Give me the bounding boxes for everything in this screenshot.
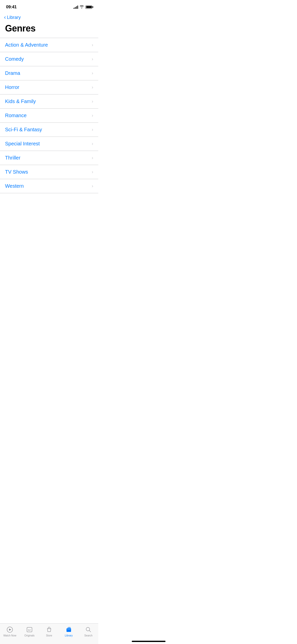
genre-item[interactable]: TV Shows› xyxy=(0,165,98,179)
genre-chevron-icon: › xyxy=(92,71,93,76)
genre-label: Western xyxy=(5,183,24,189)
genre-item[interactable]: Romance› xyxy=(0,109,98,123)
genre-label: Comedy xyxy=(5,56,24,62)
genre-chevron-icon: › xyxy=(92,85,93,90)
genre-item[interactable]: Horror› xyxy=(0,80,98,94)
genre-item[interactable]: Sci-Fi & Fantasy› xyxy=(0,123,98,137)
back-label: Library xyxy=(7,15,21,20)
genre-label: Special Interest xyxy=(5,141,40,147)
genre-chevron-icon: › xyxy=(92,113,93,118)
genre-chevron-icon: › xyxy=(92,127,93,132)
genre-label: Drama xyxy=(5,70,20,76)
wifi-icon xyxy=(80,5,84,9)
signal-icon xyxy=(74,6,78,9)
genre-item[interactable]: Kids & Family› xyxy=(0,94,98,109)
genre-item[interactable]: Thriller› xyxy=(0,151,98,165)
genre-chevron-icon: › xyxy=(92,56,93,62)
genre-label: Action & Adventure xyxy=(5,42,48,48)
status-time: 09:41 xyxy=(6,5,17,10)
genre-label: Kids & Family xyxy=(5,99,36,104)
genre-chevron-icon: › xyxy=(92,42,93,48)
genre-chevron-icon: › xyxy=(92,169,93,175)
genre-list: Action & Adventure›Comedy›Drama›Horror›K… xyxy=(0,38,98,193)
genre-chevron-icon: › xyxy=(92,155,93,160)
genre-label: Thriller xyxy=(5,155,20,161)
page-title: Genres xyxy=(0,21,98,38)
genre-item[interactable]: Action & Adventure› xyxy=(0,38,98,52)
back-chevron-icon: ‹ xyxy=(4,15,6,20)
genre-item[interactable]: Special Interest› xyxy=(0,137,98,151)
genre-item[interactable]: Comedy› xyxy=(0,52,98,66)
genre-label: TV Shows xyxy=(5,169,28,175)
back-nav[interactable]: ‹ Library xyxy=(0,13,98,21)
genre-chevron-icon: › xyxy=(92,183,93,189)
battery-icon xyxy=(85,6,92,9)
genre-label: Horror xyxy=(5,84,19,90)
genre-label: Romance xyxy=(5,113,27,118)
genre-label: Sci-Fi & Fantasy xyxy=(5,127,42,133)
status-bar: 09:41 xyxy=(0,0,98,13)
genre-chevron-icon: › xyxy=(92,99,93,104)
genre-chevron-icon: › xyxy=(92,141,93,146)
genre-item[interactable]: Drama› xyxy=(0,66,98,80)
genre-item[interactable]: Western› xyxy=(0,179,98,193)
status-icons xyxy=(74,5,92,9)
